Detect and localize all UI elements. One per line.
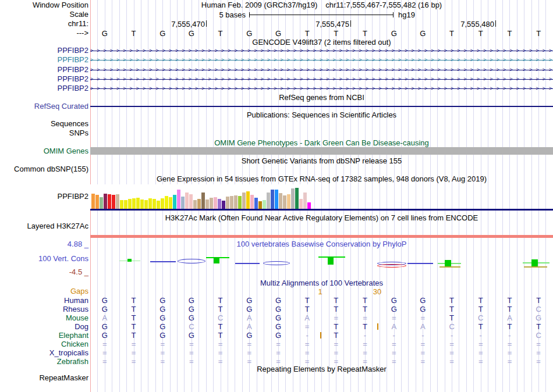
repeatmasker-label: RepeatMasker xyxy=(0,374,88,382)
gencode-transcript-label: PPFIBP2 xyxy=(0,56,88,64)
align-cell: = xyxy=(293,357,322,366)
gtex-bar[interactable] xyxy=(307,202,311,209)
gtex-bar[interactable] xyxy=(161,198,164,209)
gtex-bar[interactable] xyxy=(226,197,229,209)
gencode-transcript-label: PPFIBP2 xyxy=(0,84,88,92)
gtex-bar[interactable] xyxy=(279,193,282,209)
gtex-bar[interactable] xyxy=(116,194,119,209)
align-cell: = xyxy=(148,348,177,357)
align-cell: = xyxy=(350,340,380,348)
align-cell: = xyxy=(437,340,466,348)
layered-h3k27ac-label: Layered H3K27Ac xyxy=(0,222,88,230)
gtex-bar[interactable] xyxy=(124,200,127,209)
gtex-bar[interactable] xyxy=(189,194,193,209)
gtex-bar[interactable] xyxy=(185,193,189,209)
gtex-bar[interactable] xyxy=(210,198,213,209)
align-cell: A xyxy=(408,322,437,331)
scale-bar-left-tick xyxy=(249,12,250,17)
align-cell: = xyxy=(524,357,553,366)
base-letter: T xyxy=(122,29,146,38)
gtex-bar[interactable] xyxy=(234,195,237,209)
gtex-bar[interactable] xyxy=(153,199,156,209)
align-cell: - xyxy=(380,331,409,340)
gtex-bar[interactable] xyxy=(275,190,278,209)
gtex-bar[interactable] xyxy=(140,199,144,209)
gencode-transcript-arrows[interactable]: >>>>>>>>>>>>>>>>>>>>>>>>>>>>>>>>>>>>>>>>… xyxy=(90,66,553,73)
gencode-transcript-arrows[interactable]: >>>>>>>>>>>>>>>>>>>>>>>>>>>>>>>>>>>>>>>>… xyxy=(90,85,553,92)
gtex-bar[interactable] xyxy=(287,194,290,209)
align-cell: C xyxy=(206,313,235,322)
gtex-bar[interactable] xyxy=(295,188,299,209)
gtex-bar[interactable] xyxy=(303,193,307,209)
gtex-bar[interactable] xyxy=(136,198,140,209)
gtex-bar[interactable] xyxy=(112,195,115,209)
phylop-rect xyxy=(127,259,132,262)
align-cell: = xyxy=(148,357,177,366)
gtex-bar[interactable] xyxy=(104,194,107,209)
gtex-bar[interactable] xyxy=(157,201,160,209)
gtex-bar[interactable] xyxy=(271,190,274,209)
gtex-bar[interactable] xyxy=(299,199,303,209)
gtex-bar[interactable] xyxy=(205,199,209,209)
align-cell: = xyxy=(235,348,264,357)
gtex-bar[interactable] xyxy=(254,198,258,209)
gtex-bar[interactable] xyxy=(91,194,95,209)
gtex-bar[interactable] xyxy=(177,190,180,209)
gtex-bar[interactable] xyxy=(148,198,152,209)
align-cell: T xyxy=(495,305,524,313)
phylop-lens xyxy=(178,259,205,263)
align-cell: = xyxy=(321,357,350,366)
gtex-bar[interactable] xyxy=(291,188,295,209)
gtex-bar[interactable] xyxy=(242,193,246,209)
refseq-curated-track[interactable] xyxy=(90,106,553,107)
gtex-bar[interactable] xyxy=(246,191,250,209)
gtex-bar[interactable] xyxy=(283,195,286,209)
gtex-bar[interactable] xyxy=(197,199,201,209)
align-cell: T xyxy=(119,305,148,313)
gtex-bar[interactable] xyxy=(100,197,103,209)
gencode-transcript-arrows[interactable]: >>>>>>>>>>>>>>>>>>>>>>>>>>>>>>>>>>>>>>>>… xyxy=(90,76,553,83)
align-cell: G xyxy=(177,313,206,322)
genome-browser-image[interactable]: Window Position Human Feb. 2009 (GRCh37/… xyxy=(0,0,553,392)
align-cell: = xyxy=(90,348,119,357)
align-cell: = xyxy=(293,348,322,357)
align-cell: T xyxy=(495,322,524,331)
gtex-bar[interactable] xyxy=(173,195,176,209)
gtex-bar[interactable] xyxy=(222,201,225,209)
gencode-transcript-arrows[interactable]: >>>>>>>>>>>>>>>>>>>>>>>>>>>>>>>>>>>>>>>>… xyxy=(90,56,553,63)
layered-h3k27ac-signal[interactable] xyxy=(90,235,553,238)
phylop-lens xyxy=(263,261,290,265)
align-cell: = xyxy=(350,313,380,322)
omim-genes-track-bar[interactable] xyxy=(90,147,553,155)
scale-bar xyxy=(249,15,394,15)
gtex-bar[interactable] xyxy=(258,201,262,209)
gtex-bar[interactable] xyxy=(132,198,136,209)
base-letter: G xyxy=(411,29,434,38)
gencode-transcript-arrows[interactable]: >>>>>>>>>>>>>>>>>>>>>>>>>>>>>>>>>>>>>>>>… xyxy=(90,47,553,54)
gtex-bar[interactable] xyxy=(193,200,197,209)
assembly-name: Human Feb. 2009 (GRCh37/hg19) xyxy=(201,1,317,9)
gtex-bar[interactable] xyxy=(218,199,221,209)
gtex-bar[interactable] xyxy=(267,193,270,209)
strand-direction-label: ---> xyxy=(0,29,88,37)
gtex-bar[interactable] xyxy=(128,199,132,209)
gtex-bar[interactable] xyxy=(181,197,185,209)
gtex-bar[interactable] xyxy=(169,197,172,209)
gtex-bar[interactable] xyxy=(201,193,205,209)
gtex-bar[interactable] xyxy=(165,196,168,209)
gtex-bar[interactable] xyxy=(95,195,99,209)
gtex-bar[interactable] xyxy=(230,196,233,209)
gtex-bar[interactable] xyxy=(120,200,123,209)
align-cell: T xyxy=(119,322,148,331)
gtex-bar[interactable] xyxy=(238,196,242,209)
gtex-bar[interactable] xyxy=(263,200,266,209)
gtex-bar[interactable] xyxy=(214,197,217,209)
align-cell: G xyxy=(264,305,293,313)
gtex-bar[interactable] xyxy=(144,200,148,209)
gtex-bar[interactable] xyxy=(108,194,111,209)
align-cell: - xyxy=(293,331,322,340)
omim-track-title: OMIM Gene Phenotypes - Dark Green Can Be… xyxy=(90,139,553,147)
gtex-bar[interactable] xyxy=(250,195,254,209)
base-letter: T xyxy=(209,29,232,38)
align-cell: T xyxy=(119,331,148,340)
